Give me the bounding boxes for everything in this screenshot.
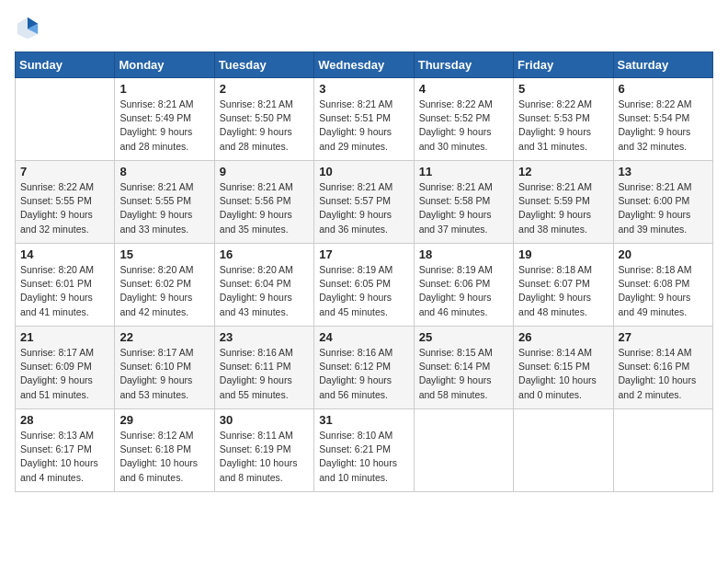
day-info: Sunrise: 8:18 AMSunset: 6:07 PMDaylight:… bbox=[518, 263, 608, 319]
day-info: Sunrise: 8:19 AMSunset: 6:06 PMDaylight:… bbox=[419, 263, 508, 319]
calendar-cell: 28Sunrise: 8:13 AMSunset: 6:17 PMDayligh… bbox=[16, 409, 115, 492]
day-info: Sunrise: 8:17 AMSunset: 6:10 PMDaylight:… bbox=[119, 346, 209, 402]
calendar-cell: 8Sunrise: 8:21 AMSunset: 5:55 PMDaylight… bbox=[115, 161, 214, 244]
calendar-cell: 16Sunrise: 8:20 AMSunset: 6:04 PMDayligh… bbox=[214, 244, 313, 327]
day-number: 30 bbox=[220, 413, 309, 427]
logo bbox=[15, 15, 44, 40]
calendar-cell bbox=[613, 409, 712, 492]
day-info: Sunrise: 8:21 AMSunset: 5:51 PMDaylight:… bbox=[319, 98, 408, 154]
weekday-header-tuesday: Tuesday bbox=[214, 52, 313, 78]
day-number: 23 bbox=[220, 330, 309, 344]
weekday-header-wednesday: Wednesday bbox=[314, 52, 414, 78]
calendar-cell: 14Sunrise: 8:20 AMSunset: 6:01 PMDayligh… bbox=[16, 244, 115, 327]
day-info: Sunrise: 8:20 AMSunset: 6:02 PMDaylight:… bbox=[119, 263, 209, 319]
day-number: 27 bbox=[619, 330, 708, 344]
day-info: Sunrise: 8:22 AMSunset: 5:55 PMDaylight:… bbox=[20, 180, 109, 236]
day-info: Sunrise: 8:21 AMSunset: 5:55 PMDaylight:… bbox=[119, 180, 209, 236]
day-info: Sunrise: 8:22 AMSunset: 5:53 PMDaylight:… bbox=[518, 98, 608, 154]
calendar-cell: 31Sunrise: 8:10 AMSunset: 6:21 PMDayligh… bbox=[314, 409, 414, 492]
day-number: 20 bbox=[619, 247, 708, 261]
day-info: Sunrise: 8:11 AMSunset: 6:19 PMDaylight:… bbox=[220, 429, 309, 485]
calendar-cell: 6Sunrise: 8:22 AMSunset: 5:54 PMDaylight… bbox=[613, 78, 712, 161]
calendar-cell: 30Sunrise: 8:11 AMSunset: 6:19 PMDayligh… bbox=[214, 409, 313, 492]
calendar-table: SundayMondayTuesdayWednesdayThursdayFrid… bbox=[15, 52, 713, 492]
calendar-cell: 3Sunrise: 8:21 AMSunset: 5:51 PMDaylight… bbox=[314, 78, 414, 161]
weekday-header-friday: Friday bbox=[514, 52, 613, 78]
day-info: Sunrise: 8:16 AMSunset: 6:12 PMDaylight:… bbox=[319, 346, 408, 402]
calendar-cell: 9Sunrise: 8:21 AMSunset: 5:56 PMDaylight… bbox=[214, 161, 313, 244]
day-info: Sunrise: 8:20 AMSunset: 6:04 PMDaylight:… bbox=[220, 263, 309, 319]
calendar-week-5: 28Sunrise: 8:13 AMSunset: 6:17 PMDayligh… bbox=[16, 409, 713, 492]
weekday-header-monday: Monday bbox=[115, 52, 214, 78]
calendar-cell: 1Sunrise: 8:21 AMSunset: 5:49 PMDaylight… bbox=[115, 78, 214, 161]
day-number: 11 bbox=[419, 165, 508, 178]
calendar-header: SundayMondayTuesdayWednesdayThursdayFrid… bbox=[16, 52, 713, 78]
day-number: 25 bbox=[419, 330, 508, 344]
calendar-cell: 13Sunrise: 8:21 AMSunset: 6:00 PMDayligh… bbox=[613, 161, 712, 244]
day-number: 1 bbox=[119, 82, 209, 96]
day-number: 17 bbox=[319, 247, 408, 261]
day-info: Sunrise: 8:18 AMSunset: 6:08 PMDaylight:… bbox=[619, 263, 708, 319]
day-number: 9 bbox=[220, 165, 309, 178]
day-number: 10 bbox=[319, 165, 408, 178]
weekday-header-thursday: Thursday bbox=[414, 52, 513, 78]
day-number: 14 bbox=[20, 247, 109, 261]
calendar-week-2: 7Sunrise: 8:22 AMSunset: 5:55 PMDaylight… bbox=[16, 161, 713, 244]
day-number: 6 bbox=[619, 82, 708, 96]
day-number: 13 bbox=[619, 165, 708, 178]
day-number: 4 bbox=[419, 82, 508, 96]
calendar-cell: 22Sunrise: 8:17 AMSunset: 6:10 PMDayligh… bbox=[115, 327, 214, 409]
day-info: Sunrise: 8:22 AMSunset: 5:52 PMDaylight:… bbox=[419, 98, 508, 154]
day-number: 24 bbox=[319, 330, 408, 344]
weekday-header-sunday: Sunday bbox=[16, 52, 115, 78]
day-number: 7 bbox=[20, 165, 109, 178]
day-info: Sunrise: 8:17 AMSunset: 6:09 PMDaylight:… bbox=[20, 346, 109, 402]
calendar-week-3: 14Sunrise: 8:20 AMSunset: 6:01 PMDayligh… bbox=[16, 244, 713, 327]
day-info: Sunrise: 8:21 AMSunset: 5:50 PMDaylight:… bbox=[220, 98, 309, 154]
day-info: Sunrise: 8:14 AMSunset: 6:15 PMDaylight:… bbox=[518, 346, 608, 402]
calendar-cell: 2Sunrise: 8:21 AMSunset: 5:50 PMDaylight… bbox=[214, 78, 313, 161]
day-number: 3 bbox=[319, 82, 408, 96]
calendar-cell: 25Sunrise: 8:15 AMSunset: 6:14 PMDayligh… bbox=[414, 327, 513, 409]
calendar-cell: 19Sunrise: 8:18 AMSunset: 6:07 PMDayligh… bbox=[514, 244, 613, 327]
calendar-cell: 29Sunrise: 8:12 AMSunset: 6:18 PMDayligh… bbox=[115, 409, 214, 492]
logo-icon bbox=[15, 15, 40, 40]
calendar-cell: 23Sunrise: 8:16 AMSunset: 6:11 PMDayligh… bbox=[214, 327, 313, 409]
calendar-cell: 5Sunrise: 8:22 AMSunset: 5:53 PMDaylight… bbox=[514, 78, 613, 161]
day-info: Sunrise: 8:21 AMSunset: 6:00 PMDaylight:… bbox=[619, 180, 708, 236]
day-info: Sunrise: 8:19 AMSunset: 6:05 PMDaylight:… bbox=[319, 263, 408, 319]
day-info: Sunrise: 8:21 AMSunset: 5:59 PMDaylight:… bbox=[518, 180, 608, 236]
day-number: 12 bbox=[518, 165, 608, 178]
day-number: 21 bbox=[20, 330, 109, 344]
day-number: 31 bbox=[319, 413, 408, 427]
calendar-cell: 26Sunrise: 8:14 AMSunset: 6:15 PMDayligh… bbox=[514, 327, 613, 409]
day-info: Sunrise: 8:10 AMSunset: 6:21 PMDaylight:… bbox=[319, 429, 408, 485]
day-info: Sunrise: 8:16 AMSunset: 6:11 PMDaylight:… bbox=[220, 346, 309, 402]
day-number: 26 bbox=[518, 330, 608, 344]
weekday-header-saturday: Saturday bbox=[613, 52, 712, 78]
calendar-cell: 17Sunrise: 8:19 AMSunset: 6:05 PMDayligh… bbox=[314, 244, 414, 327]
calendar-cell: 27Sunrise: 8:14 AMSunset: 6:16 PMDayligh… bbox=[613, 327, 712, 409]
day-info: Sunrise: 8:14 AMSunset: 6:16 PMDaylight:… bbox=[619, 346, 708, 402]
day-number: 5 bbox=[518, 82, 608, 96]
calendar-cell: 21Sunrise: 8:17 AMSunset: 6:09 PMDayligh… bbox=[16, 327, 115, 409]
calendar-week-4: 21Sunrise: 8:17 AMSunset: 6:09 PMDayligh… bbox=[16, 327, 713, 409]
weekday-header-row: SundayMondayTuesdayWednesdayThursdayFrid… bbox=[16, 52, 713, 78]
calendar-cell bbox=[514, 409, 613, 492]
day-info: Sunrise: 8:15 AMSunset: 6:14 PMDaylight:… bbox=[419, 346, 508, 402]
day-number: 28 bbox=[20, 413, 109, 427]
calendar-cell bbox=[16, 78, 115, 161]
day-info: Sunrise: 8:21 AMSunset: 5:49 PMDaylight:… bbox=[119, 98, 209, 154]
calendar-cell bbox=[414, 409, 513, 492]
day-info: Sunrise: 8:22 AMSunset: 5:54 PMDaylight:… bbox=[619, 98, 708, 154]
calendar-cell: 20Sunrise: 8:18 AMSunset: 6:08 PMDayligh… bbox=[613, 244, 712, 327]
day-number: 2 bbox=[220, 82, 309, 96]
calendar-cell: 4Sunrise: 8:22 AMSunset: 5:52 PMDaylight… bbox=[414, 78, 513, 161]
day-info: Sunrise: 8:21 AMSunset: 5:57 PMDaylight:… bbox=[319, 180, 408, 236]
day-info: Sunrise: 8:20 AMSunset: 6:01 PMDaylight:… bbox=[20, 263, 109, 319]
day-number: 29 bbox=[119, 413, 209, 427]
day-number: 15 bbox=[119, 247, 209, 261]
calendar-cell: 15Sunrise: 8:20 AMSunset: 6:02 PMDayligh… bbox=[115, 244, 214, 327]
calendar-week-1: 1Sunrise: 8:21 AMSunset: 5:49 PMDaylight… bbox=[16, 78, 713, 161]
day-info: Sunrise: 8:21 AMSunset: 5:58 PMDaylight:… bbox=[419, 180, 508, 236]
